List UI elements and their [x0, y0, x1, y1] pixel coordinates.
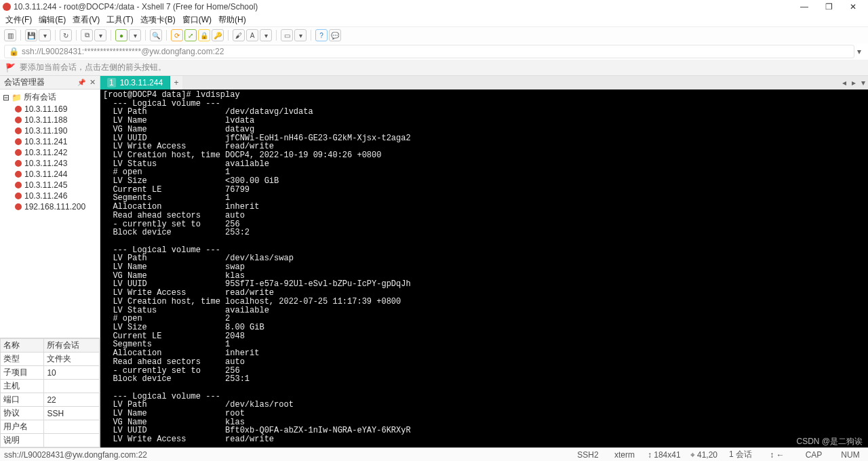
session-item[interactable]: 10.3.11.246 — [0, 191, 100, 201]
lock-icon[interactable]: 🔒 — [198, 29, 210, 41]
tab-bar: 1 10.3.11.244 + ◂ ▸ ▾ — [100, 76, 868, 89]
prop-key: 类型 — [1, 353, 44, 366]
paint-icon[interactable]: 🖌 — [233, 29, 245, 41]
address-input[interactable]: 🔒 ssh://L90028431:******************@yw.… — [4, 45, 854, 58]
help-icon[interactable]: ? — [315, 29, 328, 41]
session-icon — [15, 127, 22, 134]
maximize-button[interactable]: ❐ — [816, 0, 841, 14]
session-icon — [15, 171, 22, 178]
prop-val: 文件夹 — [44, 353, 100, 366]
prop-key: 用户名 — [1, 420, 44, 434]
session-item[interactable]: 10.3.11.244 — [0, 169, 100, 180]
session-item[interactable]: 10.3.11.245 — [0, 180, 100, 191]
menu-tools[interactable]: 工具(T) — [106, 14, 133, 26]
status-size: ↕ 184x41 — [648, 450, 681, 460]
window-title: 10.3.11.244 - root@DOCP4:/data - Xshell … — [14, 2, 792, 12]
lock-small-icon: 🔒 — [9, 47, 19, 56]
prop-key: 子项目 — [1, 366, 44, 380]
session-item[interactable]: 192.168.111.200 — [0, 201, 100, 212]
prop-header-value: 所有会话 — [44, 339, 100, 353]
flag-icon: 🚩 — [5, 63, 16, 73]
session-label: 10.3.11.243 — [24, 159, 67, 168]
session-icon — [15, 203, 22, 210]
status-term: xterm — [611, 450, 638, 460]
expand-icon[interactable]: ⤢ — [184, 29, 197, 41]
prop-key: 协议 — [1, 407, 44, 420]
menu-help[interactable]: 帮助(H) — [218, 14, 246, 26]
content-area: 1 10.3.11.244 + ◂ ▸ ▾ [root@DOCP4 data]#… — [100, 76, 868, 447]
menu-file[interactable]: 文件(F) — [5, 14, 32, 26]
session-label: 10.3.11.245 — [24, 180, 67, 190]
session-item[interactable]: 10.3.11.169 — [0, 104, 100, 115]
new-tab-button[interactable]: + — [170, 76, 182, 89]
folder-icon: 📁 — [12, 93, 22, 102]
pin-icon[interactable]: 📌 — [77, 79, 85, 86]
prop-key: 说明 — [1, 434, 44, 447]
save-icon[interactable]: 💾 — [25, 29, 37, 41]
address-dropdown-icon[interactable]: ▾ — [854, 47, 864, 56]
prop-val: SSH — [44, 407, 100, 420]
new-session-icon[interactable]: ▥ — [4, 29, 16, 41]
prop-val: 10 — [44, 366, 100, 380]
close-button[interactable]: ✕ — [841, 0, 865, 14]
font-dropdown-icon[interactable]: ▾ — [260, 29, 272, 41]
hint-text: 要添加当前会话，点击左侧的箭头按钮。 — [20, 62, 166, 73]
panel-close-icon[interactable]: ✕ — [90, 78, 96, 87]
session-item[interactable]: 10.3.11.241 — [0, 136, 100, 147]
tab-number: 1 — [107, 78, 116, 87]
copy-dropdown-icon[interactable]: ▾ — [94, 29, 106, 41]
prop-val — [44, 380, 100, 393]
layout-dropdown-icon[interactable]: ▾ — [294, 29, 307, 41]
hint-bar: 🚩 要添加当前会话，点击左侧的箭头按钮。 — [0, 60, 868, 76]
font-icon[interactable]: A — [246, 29, 258, 41]
circle-dropdown-icon[interactable]: ▾ — [129, 29, 141, 41]
chat-icon[interactable]: 💬 — [329, 29, 341, 41]
session-item[interactable]: 10.3.11.188 — [0, 115, 100, 125]
session-label: 10.3.11.242 — [24, 148, 67, 157]
tab-active[interactable]: 1 10.3.11.244 — [100, 76, 170, 89]
session-item[interactable]: 10.3.11.242 — [0, 147, 100, 158]
status-session: 1 会话 — [727, 449, 754, 460]
menu-window[interactable]: 窗口(W) — [182, 14, 212, 26]
find-icon[interactable]: 🔍 — [150, 29, 162, 41]
circle-green-icon[interactable]: ● — [115, 29, 127, 41]
menu-tabs[interactable]: 选项卡(B) — [140, 14, 176, 26]
menu-edit[interactable]: 编辑(E) — [39, 14, 66, 26]
session-icon — [15, 106, 22, 113]
app-icon — [3, 3, 11, 11]
session-label: 10.3.11.188 — [24, 115, 67, 125]
prop-val: 22 — [44, 393, 100, 407]
status-num: NUM — [837, 450, 864, 460]
terminal[interactable]: [root@DOCP4 data]# lvdisplay --- Logical… — [100, 89, 868, 447]
sidebar-title: 会话管理器 — [4, 77, 45, 88]
minimize-button[interactable]: — — [792, 0, 816, 14]
session-item[interactable]: 10.3.11.190 — [0, 125, 100, 136]
session-icon — [15, 138, 22, 145]
save-dropdown-icon[interactable]: ▾ — [39, 29, 51, 41]
prop-key: 主机 — [1, 380, 44, 393]
tab-menu-icon[interactable]: ▾ — [859, 76, 868, 89]
session-item[interactable]: 10.3.11.243 — [0, 158, 100, 169]
tree-root[interactable]: ⊟ 📁 所有会话 — [0, 91, 100, 104]
sidebar: 会话管理器 📌 ✕ ⊟ 📁 所有会话 10.3.11.16910.3.11.18… — [0, 76, 100, 447]
status-connection: ssh://L90028431@yw.dongfang.com:22 — [4, 450, 147, 460]
status-cursor: ⌖ 41,20 — [690, 450, 717, 460]
key-icon[interactable]: 🔑 — [212, 29, 224, 41]
reconnect-icon[interactable]: ↻ — [60, 29, 72, 41]
minus-icon[interactable]: ⊟ — [3, 93, 9, 102]
session-icon — [15, 117, 22, 123]
tab-prev-icon[interactable]: ◂ — [840, 76, 849, 89]
toolbar: ▥ 💾 ▾ ↻ ⧉ ▾ ● ▾ 🔍 ⟳ ⤢ 🔒 🔑 🖌 A ▾ ▭ ▾ ? 💬 — [0, 27, 868, 43]
properties-panel: 名称 所有会话 类型文件夹子项目10主机端口22协议SSH用户名说明 — [0, 338, 100, 447]
refresh-icon[interactable]: ⟳ — [171, 29, 183, 41]
layout-icon[interactable]: ▭ — [281, 29, 293, 41]
tab-next-icon[interactable]: ▸ — [849, 76, 859, 89]
sidebar-title-bar: 会话管理器 📌 ✕ — [0, 76, 100, 89]
menu-view[interactable]: 查看(V) — [73, 14, 100, 26]
session-tree[interactable]: ⊟ 📁 所有会话 10.3.11.16910.3.11.18810.3.11.1… — [0, 89, 100, 338]
address-bar: 🔒 ssh://L90028431:******************@yw.… — [0, 43, 868, 60]
prop-val — [44, 420, 100, 434]
session-label: 10.3.11.246 — [24, 191, 67, 201]
copy-icon[interactable]: ⧉ — [81, 29, 93, 41]
session-icon — [15, 160, 22, 167]
